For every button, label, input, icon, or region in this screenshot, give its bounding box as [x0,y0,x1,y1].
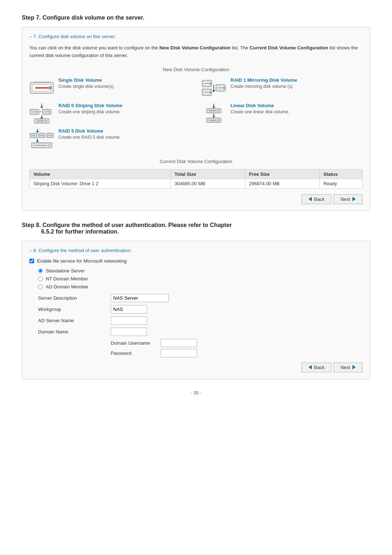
linear-disk-name: Linear Disk Volume [230,103,363,108]
svg-point-18 [223,87,225,89]
linear-disk-icon [201,103,226,125]
ad-row: AD Domain Member [38,284,363,289]
enable-ms-checkbox[interactable] [29,259,34,263]
nt-row: NT Domain Member [38,276,363,281]
password-input[interactable] [161,349,197,357]
domain-username-input[interactable] [161,339,197,347]
svg-marker-10 [212,90,215,93]
workgroup-field-wrap [111,305,363,313]
cell-total: 304685.00 MB [171,179,245,188]
auth-form-grid: Server Description Workgroup AD Server N… [38,294,363,357]
current-disk-label: Current Disk Volume Configuration [29,159,363,164]
single-disk-desc: Create single disk volume(s). [58,84,191,90]
ad-server-label: AD Server Name [38,318,111,323]
svg-point-3 [49,86,52,89]
col-status: Status [320,169,363,179]
workgroup-label: Workgroup [38,307,111,312]
svg-point-8 [209,82,211,84]
single-disk-info: Single Disk Volume Create single disk vo… [58,77,191,90]
linear-disk-desc: Create one linear disk volume. [230,109,363,115]
step7-next-button[interactable]: Next [334,194,363,204]
disk-option-raid5[interactable]: RAID 5 Disk Volume Create one RAID 5 dis… [29,128,191,150]
raid1-disk-name: RAID 1 Mirroring Disk Volume [230,77,363,83]
domain-username-label: Domain Username [111,340,158,346]
disk-table-wrap: Volume Total Size Free Size Status Strip… [29,169,363,189]
next-arrow-icon [352,197,356,201]
svg-point-24 [36,111,37,113]
step8-back-label: Back [314,365,324,370]
raid0-disk-name: RAID 0 Striping Disk Volume [58,103,191,108]
linear-disk-info: Linear Disk Volume Create one linear dis… [230,103,363,115]
svg-point-61 [51,135,52,136]
step8-next-button[interactable]: Next [334,362,363,372]
svg-point-53 [34,135,35,136]
disk-option-raid1[interactable]: RAID 1 Mirroring Disk Volume Create mirr… [201,77,363,99]
svg-point-29 [48,111,50,113]
raid1-disk-info: RAID 1 Mirroring Disk Volume Create mirr… [230,77,363,90]
single-disk-name: Single Disk Volume [58,77,191,83]
new-disk-label: New Disk Volume Configuration [29,67,363,72]
table-row: Striping Disk Volume: Drive 1 2 304685.0… [30,179,363,188]
svg-point-14 [209,91,211,93]
raid5-disk-name: RAID 5 Disk Volume [58,128,191,134]
cell-free: 296874.00 MB [245,179,319,188]
svg-marker-43 [212,116,215,118]
nt-label: NT Domain Member [46,276,88,281]
step7-panel: – 7. Configure disk volume on this serve… [22,27,370,211]
enable-ms-label: Enable file service for Microsoft networ… [37,258,127,264]
step7-nav: Back Next [29,194,363,204]
standalone-radio[interactable] [38,268,43,273]
step7-intro: You can click on the disk volume you wan… [29,44,363,60]
nt-radio[interactable] [38,276,43,281]
ad-label: AD Domain Member [46,284,89,289]
svg-marker-49 [36,131,39,133]
step8-panel: – 8. Configure the method of user authen… [22,241,370,379]
ad-server-field-wrap [111,316,363,325]
step7-next-label: Next [340,197,350,202]
step7-title: Step 7. Configure disk volume on the ser… [22,15,370,21]
single-disk-icon [29,77,54,99]
raid0-disk-desc: Create one striping disk volume. [58,109,191,115]
auth-radio-group: Standalone Server NT Domain Member AD Do… [38,268,363,289]
domain-name-field-wrap [111,328,363,336]
disk-option-single[interactable]: Single Disk Volume Create single disk vo… [29,77,191,99]
raid1-disk-desc: Create mirroring disk volume (s). [230,84,363,90]
disk-option-raid0[interactable]: + RAID 0 Striping Disk Volume [29,103,191,125]
server-desc-field-wrap [111,294,363,302]
domain-credentials: Domain Username Password [111,339,363,357]
cell-volume: Striping Disk Volume: Drive 1 2 [30,179,171,188]
step8-panel-header: – 8. Configure the method of user authen… [29,248,363,253]
col-total-size: Total Size [171,169,245,179]
step7-panel-header: – 7. Configure disk volume on this serve… [29,34,363,39]
raid0-disk-icon: + [29,103,54,125]
raid0-disk-info: RAID 0 Striping Disk Volume Create one s… [58,103,191,115]
svg-point-57 [42,135,44,136]
svg-marker-63 [36,141,39,143]
step7-back-button[interactable]: Back [302,194,331,204]
ad-radio[interactable] [38,284,43,289]
raid5-disk-desc: Create one RAID 5 disk volume. [58,134,191,141]
raid1-disk-icon [201,77,226,99]
col-free-size: Free Size [245,169,319,179]
step8-next-arrow-icon [352,365,356,369]
ad-server-input[interactable] [111,316,147,325]
step8-nav: Back Next [29,362,363,372]
password-label: Password [111,351,158,356]
cell-status: Ready [320,179,363,188]
disk-option-linear[interactable]: Linear Disk Volume Create one linear dis… [201,103,363,125]
disk-options-grid: Single Disk Volume Create single disk vo… [29,77,363,150]
server-desc-input[interactable] [111,294,169,302]
step8-back-button[interactable]: Back [302,362,331,372]
svg-marker-20 [40,106,43,109]
server-desc-label: Server Description [38,295,111,301]
svg-point-67 [48,145,50,146]
step8-title: Step 8. Configure the method of user aut… [22,222,370,235]
domain-name-input[interactable] [111,328,147,336]
svg-point-41 [217,110,219,112]
enable-file-service-row: Enable file service for Microsoft networ… [29,258,363,264]
back-arrow-icon [309,197,312,201]
col-volume: Volume [30,169,171,179]
disk-table: Volume Total Size Free Size Status Strip… [29,169,363,189]
step8-back-arrow-icon [309,365,312,369]
workgroup-input[interactable] [111,305,147,313]
